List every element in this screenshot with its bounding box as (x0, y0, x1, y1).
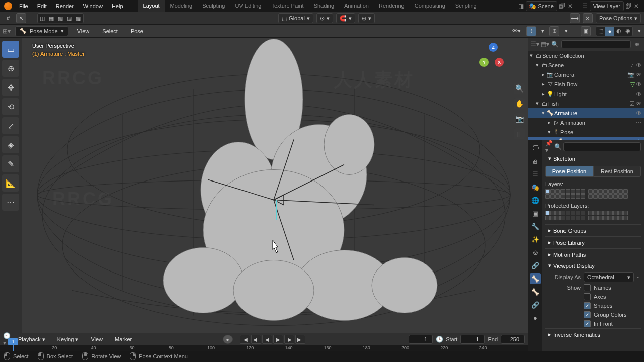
tool-annotate[interactable]: ✎ (2, 155, 19, 172)
workspace-texturepaint[interactable]: Texture Paint (266, 0, 308, 12)
menu-file[interactable]: File (15, 1, 32, 11)
scene-delete-icon[interactable]: ✕ (567, 3, 574, 10)
prop-pin-icon[interactable]: 📌▾ (545, 143, 552, 150)
range-lock-icon[interactable]: 🕓 (436, 336, 443, 343)
tool-cursor[interactable]: ⊕ (2, 60, 19, 77)
tool-rotate[interactable]: ⟲ (2, 98, 19, 115)
viewlayer-delete-icon[interactable]: ✕ (633, 3, 640, 10)
tool-transform[interactable]: ◈ (2, 136, 19, 153)
tree-camera[interactable]: ▸📷Camera📷👁 (528, 70, 644, 79)
gizmo-y-icon[interactable]: Y (479, 58, 489, 67)
scene-browse-icon[interactable]: ◨ (518, 3, 525, 10)
armature-layers[interactable] (545, 189, 641, 199)
workspace-shading[interactable]: Shading (309, 0, 339, 12)
prop-tab-render[interactable]: 🖵 (530, 142, 541, 153)
mirror-x-icon[interactable]: ⟷ (570, 13, 580, 23)
mirror-close-icon[interactable]: ✕ (583, 13, 593, 23)
prop-tab-output[interactable]: 🖨 (530, 155, 541, 166)
editor-type-dropdown-icon[interactable]: ⊞▾ (3, 28, 10, 35)
workspace-uvediting[interactable]: UV Editing (230, 0, 266, 12)
workspace-layout[interactable]: Layout (138, 0, 165, 12)
tl-view-menu[interactable]: View (87, 334, 107, 344)
section-pose-library[interactable]: ▸Pose Library (545, 236, 641, 248)
prop-tab-armature[interactable]: 🦴 (530, 273, 541, 284)
mode-menu-pose[interactable]: Pose (127, 26, 147, 36)
tree-master[interactable]: ▸🦴Master↯ (528, 137, 644, 140)
current-frame-field[interactable]: 1 (409, 335, 433, 344)
start-frame-field[interactable]: 1 (460, 335, 485, 344)
scene-new-icon[interactable]: 🗐 (558, 3, 566, 10)
outliner-tree[interactable]: ▾🗀Scene Collection ▾🗀Scene☑👁 ▸📷Camera📷👁 … (528, 51, 644, 140)
snap-toggle-strip[interactable]: ◫▦▧▨▩ (37, 13, 84, 23)
snap-dropdown[interactable]: 🧲▾ (336, 13, 355, 23)
outliner-filter-icon[interactable]: ⩩ (634, 41, 641, 48)
cursor-tool-icon[interactable]: ↖ (16, 13, 26, 23)
display-as-select[interactable]: Octahedral▾ (584, 272, 634, 282)
section-bone-groups[interactable]: ▸Bone Groups (545, 224, 641, 236)
chk-in-front[interactable]: ✓ (584, 320, 591, 327)
tool-select-box[interactable]: ▭ (2, 41, 19, 58)
scene-name-field[interactable]: 🎭Scene (526, 1, 557, 11)
gizmo-z-icon[interactable]: Z (489, 43, 498, 52)
autokey-icon[interactable]: ● (223, 335, 233, 344)
chk-axes[interactable] (584, 293, 591, 300)
zoom-icon[interactable]: 🔍 (514, 83, 525, 94)
prop-tab-material[interactable]: ● (530, 312, 541, 323)
tool-scale[interactable]: ⤢ (2, 117, 19, 134)
menu-render[interactable]: Render (52, 1, 78, 11)
tool-extra[interactable]: ⋯ (2, 194, 19, 211)
tree-scene[interactable]: ▾🗀Scene☑👁 (528, 60, 644, 70)
tl-marker-menu[interactable]: Marker (111, 334, 136, 344)
3d-viewport[interactable]: User Perspective (1) Armature : Master (22, 38, 528, 362)
outliner-editor-icon[interactable]: ☰▾ (531, 41, 538, 48)
pivot-dropdown[interactable]: ⊙▾ (316, 13, 333, 23)
mode-menu-select[interactable]: Select (98, 26, 122, 36)
prop-tab-viewlayer[interactable]: ☰ (530, 168, 541, 179)
tool-measure[interactable]: 📐 (2, 174, 19, 192)
tree-animation[interactable]: ▸▷Animation⋯ (528, 118, 644, 127)
chk-names[interactable] (584, 284, 591, 291)
pose-rest-toggle[interactable]: Pose Position Rest Position (545, 166, 641, 177)
section-motion-paths[interactable]: ▸Motion Paths (545, 248, 641, 260)
outliner-display-icon[interactable]: ▤▾ (541, 41, 548, 48)
editor-type-icon[interactable]: # (3, 13, 13, 23)
overlay-toggle-icon[interactable]: ⊚ (549, 26, 559, 36)
camera-view-icon[interactable]: 📷 (514, 113, 525, 124)
visibility-dd-icon[interactable]: 👁▾ (511, 26, 521, 36)
prop-tab-world[interactable]: 🌐 (530, 195, 541, 206)
workspace-sculpting[interactable]: Sculpting (197, 0, 230, 12)
section-skeleton[interactable]: ▾Skeleton (545, 153, 641, 164)
tree-armature[interactable]: ▾🦴Armature👁 (528, 108, 644, 118)
protected-layers[interactable] (545, 211, 641, 220)
mode-menu-view[interactable]: View (73, 26, 94, 36)
tree-fishbowl[interactable]: ▸▽Fish Bowl▽👁 (528, 79, 644, 89)
pose-options-dropdown[interactable]: Pose Options▾ (596, 13, 641, 23)
prop-tab-physics[interactable]: ⊚ (530, 247, 541, 258)
prop-tab-bone[interactable]: 🦴 (530, 286, 541, 297)
prop-tab-object[interactable]: ▣ (530, 208, 541, 219)
workspace-scripting[interactable]: Scripting (450, 0, 482, 12)
orientation-dropdown[interactable]: ⬚Global▾ (278, 13, 313, 23)
viewlayer-browse-icon[interactable]: ☰ (582, 3, 589, 10)
keyframe-prev-icon[interactable]: ◀| (251, 335, 261, 344)
prop-search-input[interactable] (564, 142, 641, 151)
prop-tab-scene[interactable]: 🎭 (530, 182, 541, 193)
menu-edit[interactable]: Edit (33, 1, 51, 11)
pan-icon[interactable]: ✋ (514, 98, 525, 109)
gizmo-toggle-icon[interactable]: ⊹ (526, 26, 536, 36)
tree-light[interactable]: ▸💡Light👁 (528, 89, 644, 99)
perspective-toggle-icon[interactable]: ▦ (514, 128, 525, 139)
section-ik[interactable]: ▸Inverse Kinematics (545, 328, 641, 340)
workspace-rendering[interactable]: Rendering (374, 0, 410, 12)
rest-position-button[interactable]: Rest Position (593, 166, 641, 177)
shading-mode-strip[interactable]: ⬚●◐◉ (596, 26, 633, 36)
chk-group-colors[interactable]: ✓ (584, 311, 591, 318)
prop-tab-constraint[interactable]: 🔗 (530, 260, 541, 271)
tl-keying-menu[interactable]: Keying ▾ (53, 334, 83, 345)
xray-toggle-icon[interactable]: ▣ (581, 26, 591, 36)
prop-tab-bone-constraint[interactable]: 🔗 (530, 299, 541, 310)
prop-tab-particles[interactable]: ✨ (530, 234, 541, 245)
jump-start-icon[interactable]: |◀ (240, 335, 250, 344)
nav-gizmo[interactable]: Z Y X (476, 43, 507, 73)
play-icon[interactable]: ▶ (273, 335, 283, 344)
